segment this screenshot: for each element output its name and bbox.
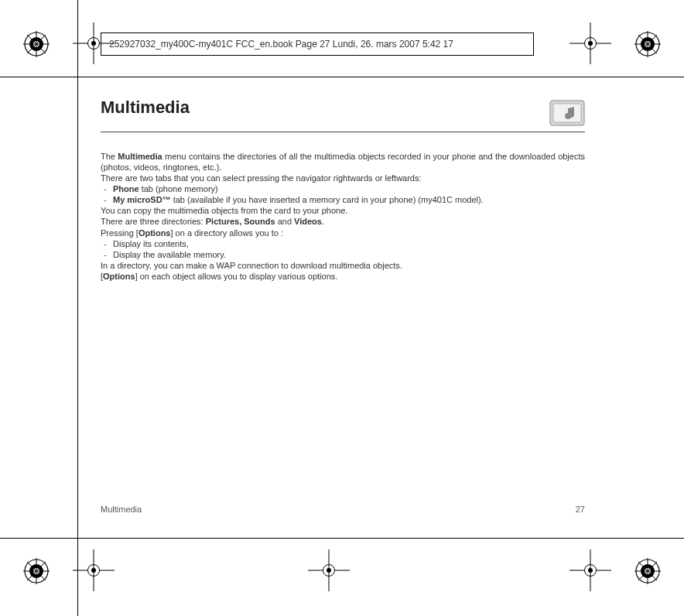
paragraph: In a directory, you can make a WAP conne…: [101, 260, 585, 271]
svg-rect-29: [553, 104, 581, 122]
list-item: Display its contents,: [101, 238, 585, 249]
registration-mark-icon: [634, 558, 661, 584]
list-item: Phone tab (phone memory): [101, 183, 585, 194]
title-rule: [101, 132, 585, 132]
crop-mark-icon: [569, 549, 611, 591]
paragraph: Pressing [Options] on a directory allows…: [101, 228, 585, 238]
paragraph: There are three directories: Pictures, S…: [101, 216, 585, 227]
list-item: My microSD™ tab (available if you have i…: [101, 194, 585, 205]
document-header: 252927032_my400C-my401C FCC_en.book Page…: [101, 33, 534, 56]
paragraph: The Multimedia menu contains the directo…: [101, 151, 585, 173]
paragraph: [Options] on each object allows you to d…: [101, 271, 585, 282]
frame-line-vertical: [77, 0, 78, 616]
body-text: The Multimedia menu contains the directo…: [101, 151, 585, 282]
crop-mark-icon: [308, 549, 350, 591]
list-item: Display the available memory.: [101, 249, 585, 260]
registration-mark-icon: [23, 31, 50, 57]
content-area: Multimedia The Multimedia menu contains …: [101, 98, 585, 282]
frame-line-top: [0, 77, 684, 77]
footer-page-number: 27: [576, 505, 585, 514]
footer-section: Multimedia: [101, 505, 142, 514]
page-title: Multimedia: [101, 98, 549, 118]
frame-line-bottom: [0, 538, 684, 539]
paragraph: There are two tabs that you can select p…: [101, 173, 585, 183]
page-footer: Multimedia 27: [101, 505, 585, 514]
registration-mark-icon: [23, 558, 50, 584]
crop-mark-icon: [73, 549, 115, 591]
paragraph: You can copy the multimedia objects from…: [101, 205, 585, 216]
multimedia-icon: [549, 98, 585, 128]
registration-mark-icon: [634, 31, 661, 57]
crop-mark-icon: [569, 22, 611, 64]
document-header-text: 252927032_my400C-my401C FCC_en.book Page…: [109, 39, 453, 50]
